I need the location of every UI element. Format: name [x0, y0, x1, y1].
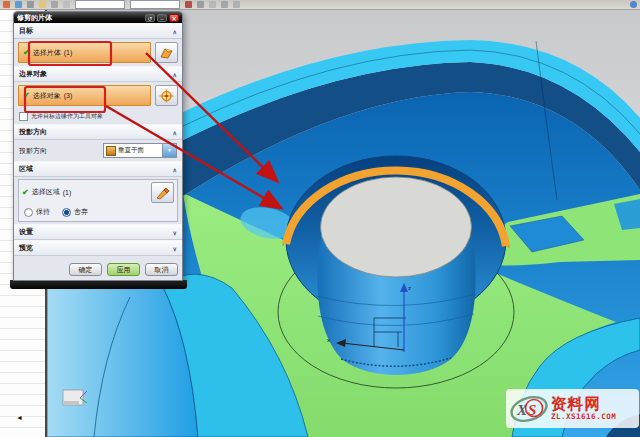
top-toolbar [0, 0, 640, 10]
ok-button[interactable]: 确定 [69, 263, 102, 276]
cancel-button[interactable]: 取消 [145, 263, 178, 276]
svg-text:S: S [528, 402, 536, 418]
select-region-count: (1) [63, 189, 72, 196]
select-object-row: ✔ 选择对象 (3) [14, 82, 182, 109]
radio-selected-icon[interactable] [62, 208, 71, 217]
select-region-field[interactable]: ✔ 选择区域 (1) [22, 182, 71, 197]
x-axis-label: x [327, 337, 330, 343]
chevron-up-icon[interactable]: ∧ [173, 166, 177, 173]
pencil-region-icon [155, 186, 170, 200]
allow-target-edge-row[interactable]: 允许目标边缘作为工具对象 [14, 109, 182, 124]
check-icon: ✔ [23, 91, 30, 100]
region-group: ✔ 选择区域 (1) 保持 舍弃 [18, 179, 178, 222]
select-region-button[interactable] [151, 182, 174, 203]
toolbar-icon[interactable] [51, 1, 58, 8]
section-boundary-label: 边界对象 [19, 69, 47, 79]
dialog-title: 修剪的片体 [17, 13, 143, 23]
section-preview-label: 预览 [19, 243, 33, 253]
toolbar-help-icon[interactable] [630, 1, 637, 8]
apply-button[interactable]: 应用 [107, 263, 140, 276]
section-region[interactable]: 区域 ∧ [14, 161, 182, 177]
section-region-label: 区域 [19, 164, 33, 174]
select-object-button[interactable] [155, 85, 178, 106]
projection-direction-value: 垂直于面 [118, 146, 144, 155]
select-object-label: 选择对象 [33, 91, 61, 101]
toolbar-icon[interactable] [233, 1, 240, 8]
toolbar-scope-filter[interactable] [130, 0, 180, 9]
section-target[interactable]: 目标 ∧ [14, 23, 182, 39]
section-projection[interactable]: 投影方向 ∧ [14, 124, 182, 140]
discard-option[interactable]: 舍弃 [62, 207, 88, 217]
toolbar-icon[interactable] [221, 1, 228, 8]
watermark-site-url: ZL.XS1616.COM [551, 413, 616, 421]
section-settings-label: 设置 [19, 227, 33, 237]
keep-label: 保持 [36, 207, 50, 217]
toolbar-icon[interactable] [3, 1, 10, 8]
allow-target-edge-label: 允许目标边缘作为工具对象 [31, 112, 103, 121]
select-region-label: 选择区域 [32, 187, 60, 197]
projection-direction-label: 投影方向 [19, 146, 47, 156]
chevron-down-icon[interactable]: ∨ [173, 245, 177, 252]
check-icon: ✔ [22, 188, 29, 197]
toolbar-icon[interactable] [15, 1, 22, 8]
section-boundary[interactable]: 边界对象 ∧ [14, 66, 182, 82]
dialog-footer: 确定 应用 取消 [14, 260, 182, 280]
projection-direction-select[interactable]: 垂直于面 ▼ [103, 143, 177, 158]
toolbar-icon[interactable] [27, 1, 34, 8]
dialog-close-button[interactable]: ✕ [169, 14, 179, 22]
section-preview[interactable]: 预览 ∨ [14, 240, 182, 256]
radio-unselected-icon[interactable] [24, 208, 33, 217]
region-options: 保持 舍弃 [22, 203, 174, 219]
toolbar-icon[interactable] [185, 1, 192, 8]
dialog-minimize-button[interactable]: – [157, 14, 167, 22]
panel-scroll-arrow[interactable]: ◄ [16, 414, 23, 421]
sheet-body-button[interactable] [155, 42, 178, 63]
select-sheet-label: 选择片体 [33, 48, 61, 58]
chevron-down-icon[interactable]: ∨ [173, 229, 177, 236]
select-sheet-field[interactable]: ✔ 选择片体 (1) [18, 42, 151, 63]
cylinder-top-face[interactable] [321, 177, 472, 277]
dialog-reset-button[interactable]: ↺ [145, 14, 155, 22]
chevron-up-icon[interactable]: ∧ [173, 71, 177, 78]
perpendicular-to-face-icon [106, 146, 116, 156]
section-target-label: 目标 [19, 26, 33, 36]
z-axis-label: z [408, 285, 411, 291]
chevron-up-icon[interactable]: ∧ [173, 129, 177, 136]
section-settings[interactable]: 设置 ∨ [14, 224, 182, 240]
dropdown-arrow-icon[interactable]: ▼ [162, 144, 176, 157]
watermark: X S 资料网 ZL.XS1616.COM [506, 389, 639, 428]
dialog-bottom-bar [10, 280, 187, 289]
select-sheet-count: (1) [64, 49, 73, 56]
trim-sheet-dialog: 修剪的片体 ↺ – ✕ 目标 ∧ ✔ 选择片体 (1) 边界对象 ∧ [13, 11, 183, 281]
toolbar-icon[interactable] [197, 1, 204, 8]
toolbar-icon[interactable] [209, 1, 216, 8]
discard-label: 舍弃 [74, 207, 88, 217]
watermark-logo: X S [509, 394, 549, 424]
select-object-field[interactable]: ✔ 选择对象 (3) [18, 85, 151, 106]
application-window: ◄ [0, 0, 640, 437]
toolbar-selection-filter[interactable] [75, 0, 125, 9]
keep-option[interactable]: 保持 [24, 207, 50, 217]
section-projection-label: 投影方向 [19, 127, 47, 137]
projection-direction-row: 投影方向 垂直于面 ▼ [14, 140, 182, 161]
sheet-body-icon [159, 46, 174, 60]
toolbar-icon[interactable] [39, 1, 46, 8]
check-icon: ✔ [23, 48, 30, 57]
chevron-up-icon[interactable]: ∧ [173, 28, 177, 35]
crosshair-target-icon [159, 89, 174, 103]
toolbar-icon[interactable] [63, 1, 70, 8]
checkbox-unchecked-icon[interactable] [19, 112, 28, 121]
select-sheet-row: ✔ 选择片体 (1) [14, 39, 182, 66]
dialog-titlebar[interactable]: 修剪的片体 ↺ – ✕ [14, 12, 182, 23]
select-object-count: (3) [64, 92, 73, 99]
svg-text:X: X [516, 402, 528, 418]
watermark-site-name: 资料网 [551, 396, 616, 411]
